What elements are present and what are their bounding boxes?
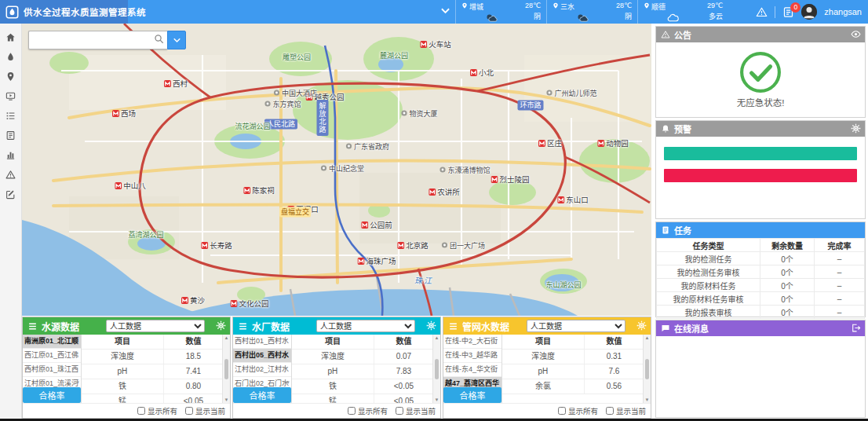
task-row[interactable]: 我的检测任务0个– (657, 252, 865, 265)
messages-icon[interactable]: 0 (782, 6, 794, 18)
station-item[interactable]: 在线-中2_大石街 (443, 335, 501, 349)
sidebar-item-warning[interactable] (0, 165, 22, 185)
map-station-label[interactable]: 北京路 (397, 240, 429, 251)
sidebar-item-report[interactable] (0, 126, 22, 145)
search-options-button[interactable] (167, 31, 186, 49)
map-station-label[interactable]: 西村 (164, 78, 188, 89)
username[interactable]: zhangsan (824, 7, 862, 16)
map-station-label[interactable]: 中山八 (115, 180, 146, 191)
map-station-label[interactable]: 动物园 (597, 137, 629, 148)
metrics-table-header: 项目数值 (292, 335, 433, 350)
gear-icon[interactable] (216, 320, 226, 331)
divider (775, 6, 775, 18)
show-current-checkbox[interactable]: 显示当前 (396, 405, 436, 416)
scroll-up-icon[interactable]: ▲ (224, 335, 229, 341)
search-input[interactable] (28, 31, 167, 49)
pass-rate-button[interactable]: 合格率 (443, 387, 501, 403)
warning-body (656, 137, 865, 218)
list-scroll-down-icon[interactable]: ▼ (75, 380, 80, 385)
station-item[interactable]: 在线-中3_越华路 (443, 349, 501, 363)
gear-icon[interactable] (636, 320, 647, 331)
map-station-label[interactable]: 长寿路 (201, 240, 232, 251)
poi-icon (273, 90, 280, 97)
weather-temp: 28℃ (525, 1, 541, 12)
map-station-label[interactable]: 海珠广场 (357, 255, 396, 266)
station-item[interactable]: 西村出05_西村水 (233, 349, 291, 363)
data-source-select[interactable]: 人工数据 (316, 320, 415, 332)
alarm-icon[interactable] (756, 6, 768, 18)
task-row[interactable]: 我的报表审核0个– (657, 306, 865, 319)
weather-condition: 多云 (707, 12, 723, 23)
sidebar-item-chart[interactable] (0, 145, 22, 165)
sidebar-item-monitor[interactable] (0, 86, 22, 106)
station-item[interactable]: 西村原01_珠江西 (23, 363, 81, 377)
task-cell: 0个 (760, 306, 815, 319)
map-station-label[interactable]: 公园前 (361, 219, 392, 230)
sidebar-item-list[interactable] (0, 106, 22, 126)
map-station-label[interactable]: 西场 (112, 108, 136, 119)
exit-icon[interactable] (851, 323, 861, 333)
map-station-label[interactable]: 陈家祠 (243, 185, 275, 196)
map-labels: 火车站西村西场越秀公园小北区庄动物园烈士陵园东山口农讲所公园前西门口陈家祠中山八… (22, 24, 651, 316)
scroll-up-icon[interactable]: ▲ (435, 335, 439, 341)
weather-collapse-button[interactable] (441, 8, 450, 14)
station-item[interactable]: 南洲原01_北江顺 (23, 335, 81, 349)
task-row[interactable]: 我的原材料任务审核0个– (657, 292, 865, 306)
map-label: 流花湖公园 (235, 121, 270, 131)
map-station-label[interactable]: 小北 (470, 67, 494, 78)
station-item[interactable]: 西村出01_西村水 (233, 335, 291, 349)
warning-bar[interactable] (664, 169, 857, 182)
show-all-checkbox[interactable]: 显示所有 (137, 405, 177, 416)
sidebar-item-drop[interactable] (0, 47, 22, 67)
announcement-status: 无应急状态! (737, 96, 785, 108)
task-row[interactable]: 我的检测任务审核0个– (657, 265, 865, 279)
pass-rate-button[interactable]: 合格率 (233, 387, 291, 403)
ok-check-icon (739, 51, 782, 93)
metric-row: 余氯0.56 (502, 379, 644, 394)
gear-icon[interactable] (426, 320, 436, 331)
map-label: 麓湖公园 (380, 50, 408, 60)
sidebar-item-pin[interactable] (0, 67, 22, 86)
station-item[interactable]: 西江原01_西江佛 (23, 349, 81, 363)
eye-icon[interactable] (851, 29, 861, 39)
station-item[interactable]: 江村出02_江村水 (233, 363, 291, 377)
scrollbar[interactable]: ▲ ▼ (432, 335, 440, 403)
task-cell: 我的报表审核 (657, 306, 760, 319)
data-source-select[interactable]: 人工数据 (527, 320, 625, 332)
sidebar-item-edit[interactable] (0, 185, 22, 204)
poi-icon (441, 242, 448, 249)
scroll-down-icon[interactable]: ▼ (224, 397, 229, 403)
map-canvas[interactable]: 火车站西村西场越秀公园小北区庄动物园烈士陵园东山口农讲所公园前西门口陈家祠中山八… (22, 24, 651, 316)
task-cell: 0个 (760, 279, 815, 292)
map-station-label[interactable]: 烈士陵园 (491, 174, 529, 185)
show-current-checkbox[interactable]: 显示当前 (185, 405, 225, 416)
station-item[interactable]: 在线-东4_华文街 (443, 363, 501, 377)
warning-bar[interactable] (664, 147, 857, 160)
scrollbar[interactable]: ▲ ▼ (643, 335, 651, 403)
scroll-up-icon[interactable]: ▲ (645, 335, 650, 341)
map-station-label[interactable]: 黄沙 (181, 295, 205, 306)
list-scroll-down-icon[interactable]: ▼ (496, 380, 501, 385)
scrollbar[interactable]: ▲ ▼ (222, 335, 230, 403)
map-station-label[interactable]: 区庄 (538, 137, 562, 148)
avatar[interactable] (801, 4, 817, 20)
data-panel-body: 在线-中2_大石街在线-中3_越华路在线-东4_华文街越47_荔湾区西华越48_… (443, 335, 651, 403)
data-source-select[interactable]: 人工数据 (106, 320, 205, 332)
gear-icon[interactable] (851, 123, 861, 134)
map-station-label[interactable]: 农讲所 (429, 186, 460, 197)
show-all-checkbox[interactable]: 显示所有 (558, 405, 598, 416)
map-station-label[interactable]: 东山口 (557, 194, 589, 205)
map-station-label[interactable]: 文化公园 (230, 298, 268, 309)
map-station-label[interactable]: 火车站 (420, 38, 451, 49)
metric-row: 浑浊度18.5 (82, 350, 223, 364)
announcement-panel: 公告 无应急状态! (655, 26, 866, 118)
scroll-down-icon[interactable]: ▼ (645, 397, 650, 403)
show-current-checkbox[interactable]: 显示当前 (606, 405, 646, 416)
show-all-checkbox[interactable]: 显示所有 (348, 405, 388, 416)
sidebar-item-home[interactable] (0, 27, 22, 47)
scroll-down-icon[interactable]: ▼ (435, 397, 439, 403)
menu-icon (448, 321, 458, 331)
list-scroll-down-icon[interactable]: ▼ (286, 380, 290, 385)
pass-rate-button[interactable]: 合格率 (23, 387, 81, 403)
task-row[interactable]: 我的原材料任务0个– (657, 279, 865, 292)
